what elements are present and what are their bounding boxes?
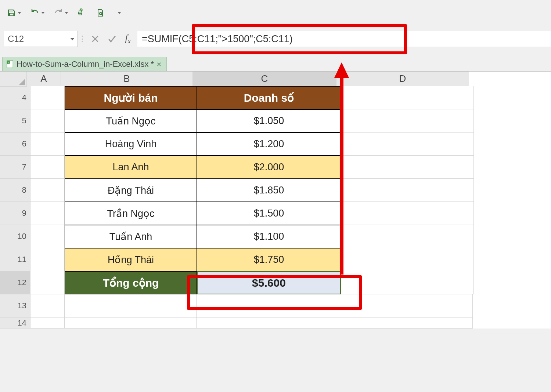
cell[interactable] — [341, 202, 474, 225]
page-preview-icon[interactable] — [96, 8, 105, 18]
sheet-row: 12 Tổng cộng $5.600 — [0, 271, 551, 294]
annotation-arrow-head — [334, 62, 349, 78]
cell[interactable] — [30, 317, 65, 329]
seller-cell[interactable]: Lan Anh — [65, 156, 197, 179]
workbook-filename: How-to-Sum-a-Column_in-Excel.xlsx * — [17, 59, 154, 69]
table-header-sales[interactable]: Doanh số — [197, 86, 341, 109]
row-header[interactable]: 11 — [0, 248, 30, 271]
cell[interactable] — [30, 294, 65, 317]
sales-cell[interactable]: $1.850 — [197, 179, 341, 202]
sales-cell[interactable]: $2.000 — [197, 156, 341, 179]
accept-formula-icon[interactable] — [104, 30, 120, 47]
table-header-seller[interactable]: Người bán — [65, 86, 197, 109]
total-value-cell[interactable]: $5.600 — [197, 271, 341, 294]
sheet-row: 11Hồng Thái$1.750 — [0, 248, 551, 271]
undo-icon[interactable] — [30, 8, 40, 18]
col-header-D[interactable]: D — [336, 72, 469, 86]
sheet-row: 14 — [0, 317, 551, 329]
redo-icon[interactable] — [54, 8, 63, 18]
svg-rect-1 — [10, 13, 13, 16]
svg-rect-0 — [10, 10, 12, 12]
select-all-corner[interactable] — [0, 72, 27, 87]
row-header[interactable]: 14 — [0, 317, 30, 329]
sheet-row: 4 Người bán Doanh số — [0, 86, 551, 109]
cell[interactable] — [30, 271, 65, 294]
workbook-tab-row: X How-to-Sum-a-Column_in-Excel.xlsx * × — [0, 57, 551, 71]
cancel-formula-icon[interactable] — [87, 30, 104, 47]
cell[interactable] — [341, 271, 474, 294]
sales-cell[interactable]: $1.050 — [197, 109, 341, 133]
row-header[interactable]: 7 — [0, 156, 30, 179]
cell[interactable] — [341, 225, 474, 248]
sheet-row: 7Lan Anh$2.000 — [0, 156, 551, 179]
row-header[interactable]: 9 — [0, 202, 30, 225]
spreadsheet-file-icon: X — [6, 60, 14, 68]
name-box-value: C12 — [8, 34, 24, 44]
redo-dropdown-icon[interactable] — [65, 12, 68, 14]
cell[interactable] — [30, 225, 65, 248]
cell[interactable] — [197, 317, 340, 329]
cell[interactable] — [341, 86, 474, 109]
sales-cell[interactable]: $1.500 — [197, 202, 341, 225]
row-header[interactable]: 5 — [0, 109, 30, 133]
seller-cell[interactable]: Đặng Thái — [65, 179, 197, 202]
cell[interactable] — [30, 133, 65, 156]
seller-cell[interactable]: Tuấn Anh — [65, 225, 197, 248]
row-header[interactable]: 12 — [0, 271, 30, 294]
col-header-B[interactable]: B — [61, 72, 193, 86]
cell[interactable] — [30, 86, 65, 109]
cell[interactable] — [65, 317, 197, 329]
annotation-arrow-shaft — [340, 77, 343, 275]
sheet-row: 10Tuấn Anh$1.100 — [0, 225, 551, 248]
fx-icon[interactable]: fx — [120, 33, 135, 45]
col-header-C[interactable]: C — [193, 72, 336, 86]
cell[interactable] — [341, 109, 474, 133]
cell[interactable] — [30, 179, 65, 202]
seller-cell[interactable]: Hồng Thái — [65, 248, 197, 271]
cell[interactable] — [340, 294, 473, 317]
quick-access-toolbar — [0, 0, 551, 29]
qat-customize-icon[interactable] — [118, 12, 121, 14]
name-box-dropdown-icon[interactable] — [70, 38, 75, 40]
cell[interactable] — [30, 109, 65, 133]
row-header[interactable]: 6 — [0, 133, 30, 156]
sheet-row: 5Tuấn Ngọc$1.050 — [0, 109, 551, 133]
cell[interactable] — [340, 317, 473, 329]
seller-cell[interactable]: Hoàng Vinh — [65, 133, 197, 156]
row-header[interactable]: 8 — [0, 179, 30, 202]
undo-dropdown-icon[interactable] — [41, 12, 45, 14]
save-dropdown-icon[interactable] — [18, 12, 21, 14]
workbook-tab[interactable]: X How-to-Sum-a-Column_in-Excel.xlsx * × — [2, 57, 167, 71]
formula-input[interactable]: =SUMIF(C5:C11;">1500";C5:C11) — [137, 31, 551, 47]
close-tab-icon[interactable]: × — [157, 60, 161, 69]
seller-cell[interactable]: Tuấn Ngọc — [65, 109, 197, 133]
svg-text:X: X — [8, 61, 10, 64]
print-icon[interactable] — [77, 8, 87, 18]
col-header-A[interactable]: A — [27, 72, 61, 86]
cell[interactable] — [30, 202, 65, 225]
row-header[interactable]: 10 — [0, 225, 30, 248]
row-header[interactable]: 13 — [0, 294, 30, 317]
save-icon[interactable] — [7, 8, 16, 18]
cell[interactable] — [341, 156, 474, 179]
cell[interactable] — [30, 248, 65, 271]
sales-cell[interactable]: $1.750 — [197, 248, 341, 271]
cell[interactable] — [341, 179, 474, 202]
formula-bar-row: C12 ⋮ fx =SUMIF(C5:C11;">1500";C5:C11) — [0, 29, 551, 49]
cell[interactable] — [197, 294, 340, 317]
total-label-cell[interactable]: Tổng cộng — [65, 271, 197, 294]
sales-cell[interactable]: $1.200 — [197, 133, 341, 156]
row-header[interactable]: 4 — [0, 86, 30, 109]
name-box[interactable]: C12 — [4, 31, 78, 47]
sheet-row: 6Hoàng Vinh$1.200 — [0, 133, 551, 156]
cell[interactable] — [341, 133, 474, 156]
sheet-row: 9Trần Ngọc$1.500 — [0, 202, 551, 225]
sales-cell[interactable]: $1.100 — [197, 225, 341, 248]
cell[interactable] — [65, 294, 197, 317]
sheet-row: 8Đặng Thái$1.850 — [0, 179, 551, 202]
cell[interactable] — [30, 156, 65, 179]
cell[interactable] — [341, 248, 474, 271]
seller-cell[interactable]: Trần Ngọc — [65, 202, 197, 225]
formula-text: =SUMIF(C5:C11;">1500";C5:C11) — [142, 33, 293, 45]
sheet-row: 13 — [0, 294, 551, 317]
